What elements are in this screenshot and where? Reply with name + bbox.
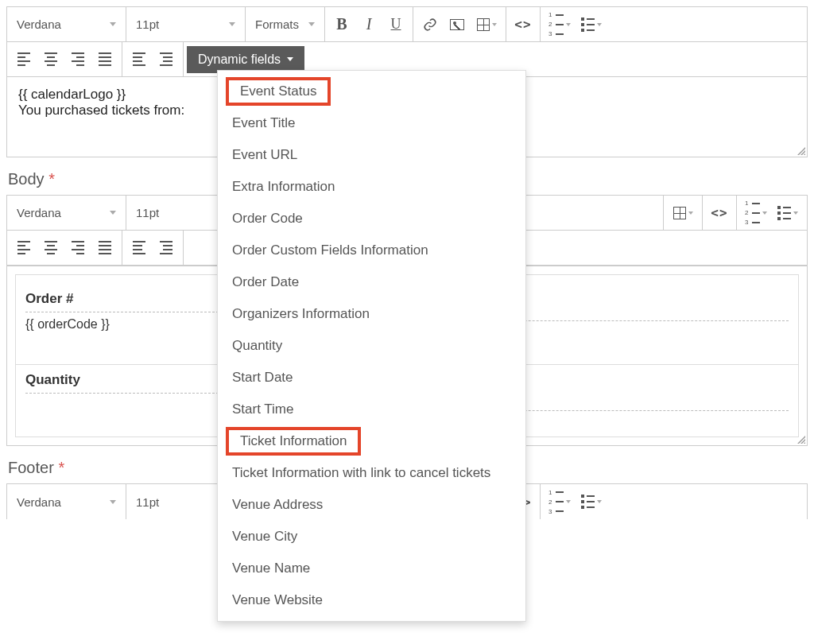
numbered-list-icon: 1 2 3 — [745, 200, 760, 226]
highlight-ticket-information: Ticket Information — [226, 427, 361, 456]
align-center-icon — [45, 241, 57, 254]
chevron-down-icon — [110, 22, 116, 26]
table-icon — [673, 207, 686, 219]
indent-group — [122, 42, 184, 76]
numbered-list-button[interactable]: 1 2 3 — [544, 11, 576, 38]
indent-button[interactable] — [153, 46, 180, 73]
indent-icon — [160, 241, 172, 254]
chevron-down-icon — [110, 211, 116, 215]
dropdown-item-quantity[interactable]: Quantity — [218, 330, 525, 362]
outdent-icon — [133, 52, 145, 66]
link-button[interactable] — [417, 11, 444, 38]
chevron-down-icon — [688, 211, 693, 215]
source-code-button[interactable]: <> — [510, 11, 537, 38]
list-group: 1 2 3 — [737, 196, 807, 230]
font-family-select[interactable]: Verdana — [7, 196, 126, 230]
chevron-down-icon — [110, 500, 116, 504]
dropdown-item-start-date[interactable]: Start Date — [218, 362, 525, 394]
chevron-down-icon — [492, 23, 497, 26]
dropdown-item-order-code[interactable]: Order Code — [218, 203, 525, 235]
table-button[interactable] — [471, 11, 502, 38]
font-family-label: Verdana — [17, 17, 61, 31]
font-size-select[interactable]: 11pt — [126, 7, 246, 41]
chevron-down-icon — [566, 23, 571, 26]
dropdown-item-order-custom-fields[interactable]: Order Custom Fields Information — [218, 235, 525, 266]
formats-select[interactable]: Formats — [246, 7, 325, 41]
font-family-label: Verdana — [17, 495, 61, 509]
required-asterisk: * — [58, 459, 64, 476]
align-left-icon — [17, 52, 30, 66]
chevron-down-icon — [308, 22, 315, 26]
toolbar-row-1: Verdana 11pt Formats B I U <> — [7, 7, 807, 42]
align-center-button[interactable] — [37, 235, 64, 262]
dynamic-fields-label: Dynamic fields — [198, 52, 281, 67]
numbered-list-button[interactable]: 123 — [544, 488, 576, 515]
chevron-down-icon — [229, 22, 235, 26]
bullet-list-button[interactable] — [576, 11, 607, 38]
table-group — [663, 196, 703, 230]
source-code-button[interactable]: <> — [706, 200, 733, 227]
dropdown-item-extra-information[interactable]: Extra Information — [218, 171, 525, 203]
chevron-down-icon — [597, 500, 602, 503]
code-group: <> — [703, 196, 737, 230]
align-right-button[interactable] — [64, 46, 91, 73]
dropdown-item-ticket-information[interactable]: Ticket Information — [240, 433, 347, 449]
align-right-button[interactable] — [64, 235, 91, 262]
dropdown-item-event-status[interactable]: Event Status — [240, 83, 316, 99]
align-left-button[interactable] — [10, 46, 37, 73]
table-icon — [477, 18, 490, 31]
align-justify-icon — [99, 52, 111, 66]
bullet-list-button[interactable] — [576, 488, 607, 515]
table-button[interactable] — [667, 200, 699, 227]
bullet-list-icon — [581, 495, 595, 509]
font-family-select[interactable]: Verdana — [7, 7, 126, 41]
align-center-icon — [45, 52, 57, 66]
align-center-button[interactable] — [37, 46, 64, 73]
align-left-button[interactable] — [10, 235, 37, 262]
indent-icon — [160, 52, 172, 66]
chevron-down-icon — [793, 211, 798, 215]
resize-handle-icon[interactable] — [796, 434, 805, 444]
dropdown-item-order-date[interactable]: Order Date — [218, 266, 525, 298]
highlight-event-status: Event Status — [226, 77, 331, 106]
dropdown-item-organizers-information[interactable]: Organizers Information — [218, 298, 525, 330]
numbered-list-button[interactable]: 1 2 3 — [740, 200, 772, 227]
outdent-icon — [133, 241, 145, 254]
font-family-select[interactable]: Verdana — [7, 484, 126, 519]
link-icon — [423, 17, 437, 32]
align-justify-button[interactable] — [91, 235, 118, 262]
chevron-down-icon — [566, 500, 571, 503]
dropdown-item-venue-city[interactable]: Venue City — [218, 521, 525, 526]
align-right-icon — [72, 241, 84, 254]
chevron-down-icon — [762, 211, 767, 215]
dynamic-fields-button[interactable]: Dynamic fields — [187, 46, 304, 73]
required-asterisk: * — [48, 170, 55, 188]
bullet-list-icon — [581, 17, 595, 32]
body-label-text: Body — [8, 170, 45, 188]
dropdown-item-venue-address[interactable]: Venue Address — [218, 489, 525, 521]
italic-button[interactable]: I — [355, 11, 382, 38]
outdent-button[interactable] — [126, 235, 153, 262]
outdent-button[interactable] — [126, 46, 153, 73]
indent-button[interactable] — [153, 235, 180, 262]
chevron-down-icon — [597, 23, 602, 26]
image-button[interactable] — [444, 11, 471, 38]
alignment-group — [7, 42, 122, 76]
chevron-down-icon — [287, 57, 293, 61]
resize-handle-icon[interactable] — [796, 145, 805, 155]
align-justify-icon — [99, 241, 111, 254]
dropdown-item-event-title[interactable]: Event Title — [218, 107, 525, 139]
font-size-label: 11pt — [136, 495, 159, 509]
font-size-label: 11pt — [136, 17, 159, 31]
bullet-list-button[interactable] — [772, 200, 804, 227]
text-style-group: B I U — [325, 7, 413, 41]
insert-group — [413, 7, 506, 41]
bold-button[interactable]: B — [328, 11, 355, 38]
align-justify-button[interactable] — [91, 46, 118, 73]
underline-button[interactable]: U — [382, 11, 409, 38]
dropdown-item-start-time[interactable]: Start Time — [218, 394, 525, 425]
align-right-icon — [72, 52, 84, 66]
formats-label: Formats — [255, 17, 299, 31]
dropdown-item-event-url[interactable]: Event URL — [218, 139, 525, 171]
dropdown-item-ticket-information-cancel[interactable]: Ticket Information with link to cancel t… — [218, 457, 525, 489]
